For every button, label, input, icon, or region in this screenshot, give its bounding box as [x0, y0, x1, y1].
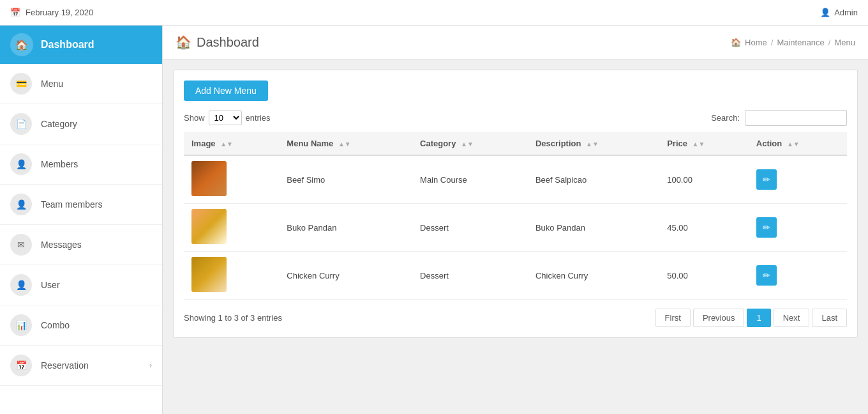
sidebar-item-team-members[interactable]: 👤 Team members — [0, 185, 162, 225]
cell-image — [184, 204, 279, 252]
calendar-icon: 📅 — [10, 8, 20, 17]
sidebar-item-label-messages: Messages — [41, 240, 152, 250]
members-icon: 👤 — [10, 153, 32, 175]
first-button[interactable]: First — [655, 309, 691, 327]
table-row: Beef Simo Main Course Beef Salpicao 100.… — [184, 155, 847, 204]
sidebar-item-label-combo: Combo — [41, 320, 152, 330]
cell-price: 50.00 — [659, 252, 749, 300]
cell-description: Chicken Curry — [528, 252, 659, 300]
cell-price: 100.00 — [659, 155, 749, 204]
food-image — [191, 209, 227, 244]
chevron-right-icon: › — [149, 361, 152, 370]
table-row: Chicken Curry Dessert Chicken Curry 50.0… — [184, 252, 847, 300]
col-menu-name: Menu Name ▲▼ — [279, 132, 412, 155]
cell-description: Buko Pandan — [528, 204, 659, 252]
previous-button[interactable]: Previous — [693, 309, 745, 327]
sidebar-item-label-user: User — [41, 280, 152, 290]
combo-icon: 📊 — [10, 314, 32, 336]
food-image — [191, 257, 227, 292]
cell-description: Beef Salpicao — [528, 155, 659, 204]
showing-text: Showing 1 to 3 of 3 entries — [184, 313, 282, 323]
cell-action: ✏ — [749, 252, 847, 300]
messages-icon: ✉ — [10, 234, 32, 256]
main-card: Add New Menu Show 10 25 50 100 entries — [173, 70, 858, 338]
cell-category: Dessert — [412, 204, 528, 252]
breadcrumb-sep-1: / — [771, 38, 774, 47]
edit-button[interactable]: ✏ — [756, 169, 777, 190]
pagination-area: Showing 1 to 3 of 3 entries First Previo… — [184, 309, 847, 327]
sidebar-item-menu[interactable]: 💳 Menu — [0, 64, 162, 104]
table-controls: Show 10 25 50 100 entries Search: — [184, 110, 847, 126]
sort-icon-price: ▲▼ — [692, 141, 705, 148]
breadcrumb: 🏠 Home / Maintenance / Menu — [731, 38, 855, 47]
page-title-text: Dashboard — [197, 35, 259, 50]
admin-label: Admin — [834, 8, 858, 17]
sidebar-item-category[interactable]: 📄 Category — [0, 104, 162, 144]
search-label: Search: — [711, 113, 740, 123]
home-icon: 🏠 — [176, 34, 191, 50]
entries-label: entries — [246, 113, 271, 123]
content-body: Add New Menu Show 10 25 50 100 entries — [163, 59, 868, 348]
next-button[interactable]: Next — [774, 309, 810, 327]
content-area: 🏠 Dashboard 🏠 Home / Maintenance / Menu … — [163, 26, 868, 414]
cell-menu-name: Chicken Curry — [279, 252, 412, 300]
pagination-buttons: First Previous 1 Next Last — [655, 309, 847, 327]
edit-button[interactable]: ✏ — [756, 265, 777, 286]
search-input[interactable] — [745, 110, 847, 126]
sidebar-item-label-team-members: Team members — [41, 199, 152, 210]
sidebar-item-members[interactable]: 👤 Members — [0, 144, 162, 185]
date-label: February 19, 2020 — [26, 8, 93, 17]
cell-action: ✏ — [749, 155, 847, 204]
sort-icon-menu-name: ▲▼ — [338, 141, 351, 148]
category-icon: 📄 — [10, 113, 32, 135]
breadcrumb-sep-2: / — [828, 38, 831, 47]
sidebar-item-label-category: Category — [41, 119, 152, 129]
cell-image — [184, 155, 279, 204]
table-header-row: Image ▲▼ Menu Name ▲▼ Category ▲▼ Descri… — [184, 132, 847, 155]
show-label: Show — [184, 113, 205, 123]
entries-select[interactable]: 10 25 50 100 — [209, 111, 242, 125]
page-1-button[interactable]: 1 — [747, 309, 770, 327]
sidebar: 🏠 Dashboard 💳 Menu 📄 Category 👤 Members … — [0, 26, 163, 414]
sidebar-item-messages[interactable]: ✉ Messages — [0, 225, 162, 265]
search-box: Search: — [711, 110, 847, 126]
sidebar-item-reservation[interactable]: 📅 Reservation › — [0, 346, 162, 386]
cell-category: Main Course — [412, 155, 528, 204]
topbar-date: 📅 February 19, 2020 — [10, 8, 93, 17]
sort-icon-description: ▲▼ — [586, 141, 599, 148]
menu-icon: 💳 — [10, 73, 32, 95]
cell-price: 45.00 — [659, 204, 749, 252]
sidebar-header[interactable]: 🏠 Dashboard — [0, 26, 162, 64]
page-title: 🏠 Dashboard — [176, 34, 259, 50]
sort-icon-image: ▲▼ — [220, 141, 233, 148]
sidebar-item-label-reservation: Reservation — [41, 360, 140, 371]
content-header: 🏠 Dashboard 🏠 Home / Maintenance / Menu — [163, 26, 868, 59]
cell-menu-name: Buko Pandan — [279, 204, 412, 252]
main-layout: 🏠 Dashboard 💳 Menu 📄 Category 👤 Members … — [0, 26, 868, 414]
edit-button[interactable]: ✏ — [756, 217, 777, 238]
sidebar-item-user[interactable]: 👤 User — [0, 265, 162, 305]
cell-menu-name: Beef Simo — [279, 155, 412, 204]
dashboard-label: Dashboard — [41, 39, 94, 50]
reservation-icon: 📅 — [10, 355, 32, 376]
cell-image — [184, 252, 279, 300]
user-icon: 👤 — [10, 274, 32, 296]
col-category: Category ▲▼ — [412, 132, 528, 155]
food-image — [191, 161, 227, 196]
topbar: 📅 February 19, 2020 👤 Admin — [0, 0, 868, 26]
sidebar-item-label-members: Members — [41, 159, 152, 169]
show-entries: Show 10 25 50 100 entries — [184, 111, 271, 125]
col-action: Action ▲▼ — [749, 132, 847, 155]
menu-table: Image ▲▼ Menu Name ▲▼ Category ▲▼ Descri… — [184, 132, 847, 300]
breadcrumb-home-icon: 🏠 — [731, 38, 741, 47]
cell-action: ✏ — [749, 204, 847, 252]
sort-icon-category: ▲▼ — [461, 141, 474, 148]
sidebar-item-label-menu: Menu — [41, 79, 152, 89]
add-new-menu-button[interactable]: Add New Menu — [184, 80, 268, 101]
sidebar-item-combo[interactable]: 📊 Combo — [0, 305, 162, 346]
last-button[interactable]: Last — [812, 309, 847, 327]
table-row: Buko Pandan Dessert Buko Pandan 45.00 ✏ — [184, 204, 847, 252]
user-icon: 👤 — [820, 8, 830, 17]
team-members-icon: 👤 — [10, 194, 32, 215]
breadcrumb-home[interactable]: Home — [745, 38, 767, 47]
